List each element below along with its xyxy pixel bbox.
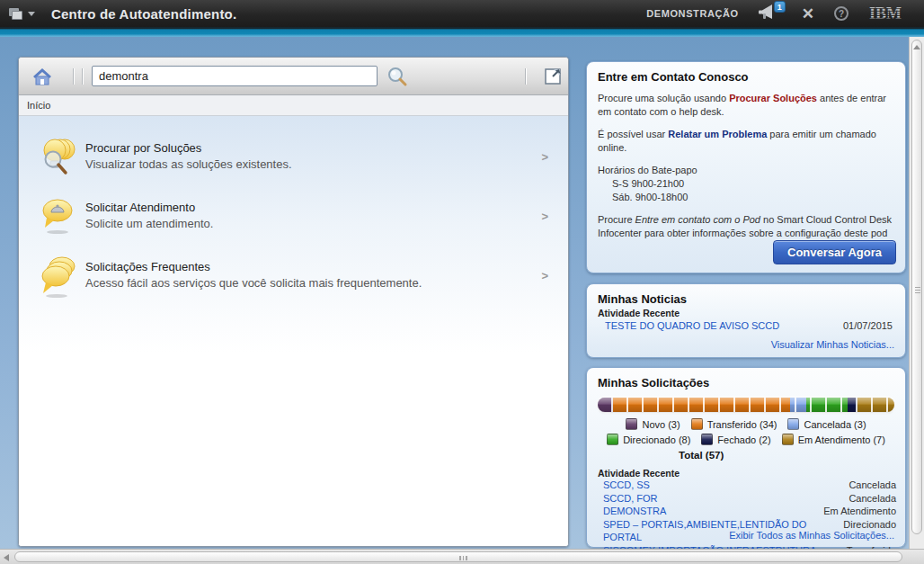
expand-icon bbox=[544, 67, 564, 86]
total-label: Total (57) bbox=[679, 450, 905, 461]
menu-item-solicitar-atendimento[interactable]: Solicitar Atendimento Solicite um atendi… bbox=[19, 195, 568, 247]
announcements-button[interactable]: 1 bbox=[759, 4, 782, 23]
notification-badge: 1 bbox=[774, 1, 786, 13]
menu-item-desc: Solicite um atendimento. bbox=[85, 217, 213, 230]
request-status: Cancelada bbox=[848, 479, 896, 492]
bar-segment-fechado bbox=[848, 398, 858, 412]
news-item-link[interactable]: TESTE DO QUADRO DE AVISO SCCD bbox=[605, 320, 779, 331]
frequent-requests-icon bbox=[39, 255, 76, 303]
svg-text:IBM: IBM bbox=[869, 4, 902, 22]
bar-segment-em-atendimento bbox=[857, 398, 894, 412]
toolbar-separator bbox=[525, 68, 526, 85]
requests-panel: Minhas Solicitações Novo (3) Transferido… bbox=[586, 367, 906, 548]
bar-segment-novo bbox=[598, 398, 613, 412]
request-row: SCCD, FOR Cancelada bbox=[587, 492, 905, 506]
horizontal-scrollbar[interactable] bbox=[0, 549, 924, 564]
contact-panel: Entre em Contato Conosco Procure uma sol… bbox=[586, 61, 906, 273]
vertical-scrollbar-thumb[interactable] bbox=[911, 40, 922, 534]
news-item-row: TESTE DO QUADRO DE AVISO SCCD 01/07/2015 bbox=[587, 318, 905, 331]
chat-hours: Horários do Bate-papo S-S 9h00-21h00 Sáb… bbox=[587, 164, 905, 205]
request-row: DEMONSTRA Em Atendimento bbox=[587, 505, 905, 518]
top-bar: Centro de Autoatendimento. DEMONSTRAÇÃO … bbox=[0, 0, 924, 27]
legend-swatch bbox=[787, 418, 799, 430]
bar-segment-cancelada bbox=[790, 398, 805, 412]
bar-segment-transferido bbox=[613, 398, 790, 412]
close-icon[interactable]: ✕ bbox=[802, 6, 814, 22]
chevron-down-icon bbox=[28, 12, 35, 16]
request-status: Cancelada bbox=[848, 492, 896, 506]
accent-strip bbox=[0, 27, 924, 37]
menu-item-procurar-solucoes[interactable]: Procurar por Soluções Visualizar todas a… bbox=[19, 136, 568, 188]
scroll-up-icon bbox=[913, 45, 920, 49]
search-toolbar bbox=[19, 58, 568, 95]
vertical-scrollbar[interactable] bbox=[909, 37, 924, 549]
procurar-solucoes-link[interactable]: Procurar Soluções bbox=[729, 93, 817, 103]
menu-item-desc: Visualizar todas as soluções existentes. bbox=[85, 157, 292, 171]
scrollbar-grip bbox=[459, 556, 467, 560]
chevron-right-icon: > bbox=[541, 269, 548, 282]
legend-swatch bbox=[782, 434, 794, 445]
scroll-left-icon bbox=[4, 554, 9, 561]
page-title: Centro de Autoatendimento. bbox=[51, 6, 236, 22]
ibm-logo: IBM bbox=[868, 4, 911, 22]
panel-title: Entre em Contato Conosco bbox=[587, 62, 905, 84]
panel-title: Minhas Noticias bbox=[587, 284, 905, 306]
chevron-right-icon: > bbox=[541, 150, 548, 164]
start-center-panel: Início Procurar por Soluções bbox=[18, 57, 569, 547]
search-solutions-icon bbox=[39, 136, 76, 184]
view-requests-link[interactable]: Exibir Todos as Minhas Solicitações... bbox=[729, 530, 894, 541]
view-news-link[interactable]: Visualizar Minhas Noticias... bbox=[771, 339, 894, 350]
menu-item-title: Solicitar Atendimento bbox=[85, 201, 195, 214]
scrollbar-grip bbox=[915, 285, 920, 295]
request-link[interactable]: DEMONSTRA bbox=[603, 505, 666, 518]
home-icon bbox=[31, 66, 53, 87]
legend-row-2: Direcionado (8) Fechado (2) Em Atendimen… bbox=[587, 434, 905, 445]
recent-activity-label: Atividade Recente bbox=[587, 466, 905, 479]
contact-paragraph-1: Procure uma solução usando Procurar Solu… bbox=[587, 92, 905, 120]
request-row: SCCD, SS Cancelada bbox=[587, 479, 905, 492]
legend-swatch bbox=[607, 434, 618, 445]
contact-paragraph-3: Procure Entre em contato com o Pod no Sm… bbox=[587, 213, 905, 241]
breadcrumb: Início bbox=[19, 95, 568, 116]
maximize-button[interactable] bbox=[544, 67, 564, 86]
bar-segment-direcionado bbox=[806, 398, 848, 412]
relatar-problema-link[interactable]: Relatar um Problema bbox=[668, 129, 767, 139]
recent-activity-label: Atividade Recente bbox=[587, 306, 905, 318]
main-content: Início Procurar por Soluções bbox=[0, 37, 909, 549]
toolbar-separator bbox=[73, 68, 74, 85]
menu-item-title: Procurar por Soluções bbox=[85, 141, 201, 155]
home-button[interactable] bbox=[31, 66, 53, 87]
legend-swatch bbox=[701, 434, 713, 445]
request-link[interactable]: SCCD, FOR bbox=[603, 492, 658, 506]
legend-row-1: Novo (3) Transferido (34) Cancelada (3) bbox=[587, 418, 905, 430]
panel-title: Minhas Solicitações bbox=[587, 368, 905, 389]
menu-item-title: Solicitações Frequentes bbox=[85, 260, 210, 273]
horizontal-scrollbar-thumb[interactable] bbox=[14, 551, 902, 562]
menu-item-desc: Acesso fácil aos serviços que você solic… bbox=[85, 276, 422, 290]
help-icon[interactable]: ? bbox=[834, 6, 848, 21]
request-status: Em Atendimento bbox=[823, 505, 896, 518]
chat-now-button[interactable]: Conversar Agora bbox=[773, 240, 896, 264]
search-button[interactable] bbox=[386, 66, 408, 87]
request-service-icon bbox=[39, 195, 76, 244]
chevron-right-icon: > bbox=[541, 210, 548, 223]
toolbar-separator bbox=[82, 68, 83, 85]
request-link[interactable]: SCCD, SS bbox=[603, 479, 650, 492]
news-item-date: 01/07/2015 bbox=[843, 320, 893, 331]
user-label[interactable]: DEMONSTRAÇÃO bbox=[646, 8, 739, 19]
contact-paragraph-2: É possível usar Relatar um Problema para… bbox=[587, 128, 905, 156]
start-center-body: Procurar por Soluções Visualizar todas a… bbox=[19, 116, 568, 547]
legend-swatch bbox=[691, 418, 703, 430]
windows-stack-icon bbox=[9, 8, 23, 20]
requests-stacked-bar bbox=[598, 398, 894, 412]
search-input[interactable] bbox=[92, 66, 378, 86]
news-panel: Minhas Noticias Atividade Recente TESTE … bbox=[586, 283, 906, 358]
search-icon bbox=[386, 66, 408, 87]
applications-menu-button[interactable] bbox=[9, 8, 35, 20]
legend-swatch bbox=[626, 418, 637, 430]
menu-item-solicitacoes-frequentes[interactable]: Solicitações Frequentes Acesso fácil aos… bbox=[19, 255, 568, 307]
